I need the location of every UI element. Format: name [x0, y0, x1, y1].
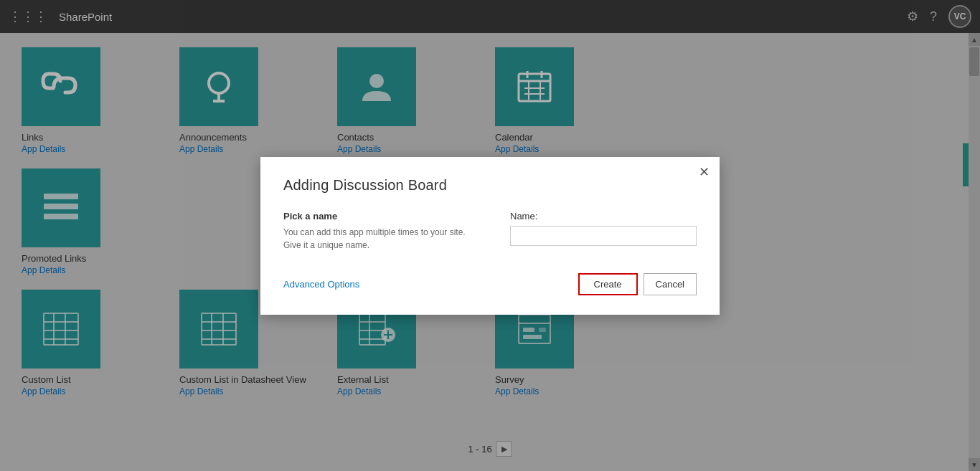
modal-right-section: Name: [510, 211, 697, 246]
name-field-label: Name: [510, 211, 697, 222]
modal-footer: Advanced Options Create Cancel [283, 273, 697, 295]
modal-body: Pick a name You can add this app multipl… [283, 211, 697, 252]
name-input[interactable] [510, 226, 697, 246]
cancel-button[interactable]: Cancel [644, 273, 697, 295]
modal-dialog: ✕ Adding Discussion Board Pick a name Yo… [260, 157, 720, 315]
modal-close-button[interactable]: ✕ [699, 166, 710, 179]
pick-name-description: You can add this app multiple times to y… [283, 226, 481, 252]
modal-title: Adding Discussion Board [283, 177, 697, 194]
modal-left-section: Pick a name You can add this app multipl… [283, 211, 481, 252]
modal-buttons: Create Cancel [578, 273, 697, 295]
advanced-options-link[interactable]: Advanced Options [283, 279, 359, 290]
create-button[interactable]: Create [578, 273, 638, 295]
pick-name-label: Pick a name [283, 211, 481, 222]
modal-overlay: ✕ Adding Discussion Board Pick a name Yo… [0, 0, 980, 471]
